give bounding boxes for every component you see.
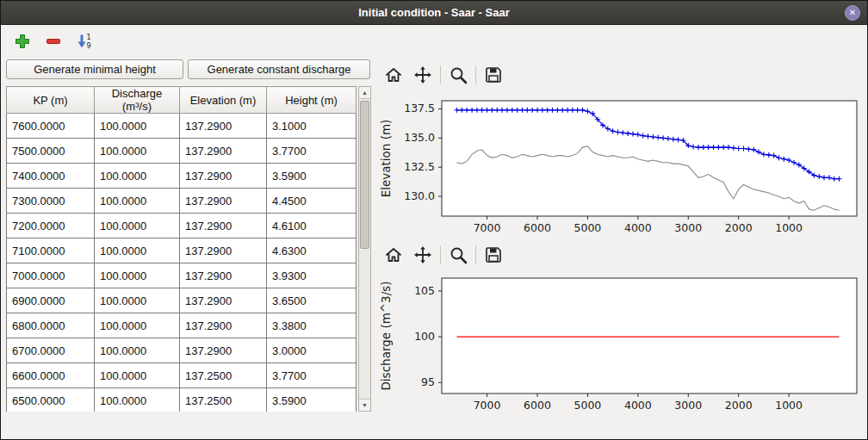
table-cell[interactable]: 6900.0000 — [7, 288, 95, 313]
plot-area — [442, 101, 857, 216]
table-cell[interactable]: 100.0000 — [95, 288, 180, 313]
discharge-plot-toolbar — [381, 243, 505, 267]
table-cell[interactable]: 3.5900 — [267, 388, 356, 412]
scrollbar-down-arrow-icon[interactable]: ▼ — [359, 399, 370, 411]
add-row-button[interactable] — [11, 30, 34, 53]
table-cell[interactable]: 137.2500 — [180, 363, 267, 388]
table-cell[interactable]: 4.6100 — [267, 214, 356, 239]
table-cell[interactable]: 6600.0000 — [7, 363, 95, 388]
table-cell[interactable]: 100.0000 — [95, 189, 180, 214]
close-icon: ✕ — [849, 9, 856, 17]
table-cell[interactable]: 3.6500 — [267, 288, 356, 313]
table-cell[interactable]: 100.0000 — [95, 388, 180, 412]
table-cell[interactable]: 4.6300 — [267, 239, 356, 263]
home-button[interactable] — [381, 63, 406, 87]
sort-digit-bottom: 9 — [86, 42, 90, 50]
x-tick-label: 2000 — [725, 399, 753, 412]
table-cell[interactable]: 3.7700 — [267, 139, 356, 164]
table-cell[interactable]: 7500.0000 — [7, 139, 95, 164]
pan-move-icon — [413, 245, 432, 264]
table-cell[interactable]: 137.2900 — [180, 114, 267, 139]
table-cell[interactable]: 6700.0000 — [7, 338, 95, 363]
table-header-row: KP (m)Discharge (m³/s)Elevation (m)Heigh… — [7, 87, 356, 114]
table-cell[interactable]: 100.0000 — [95, 363, 180, 388]
x-tick-label: 4000 — [624, 221, 652, 234]
row-edit-toolbar: 1 9 — [11, 30, 96, 53]
table-scrollbar[interactable]: ▲ ▼ — [358, 86, 371, 412]
save-button[interactable] — [481, 243, 505, 267]
zoom-button[interactable] — [446, 63, 470, 87]
table-cell[interactable]: 7600.0000 — [7, 114, 95, 139]
table-cell[interactable]: 3.7700 — [267, 363, 356, 388]
table-cell[interactable]: 3.1000 — [267, 114, 356, 139]
table-cell[interactable]: 100.0000 — [95, 139, 180, 164]
x-tick-label: 7000 — [474, 399, 501, 412]
table-cell[interactable]: 7100.0000 — [7, 239, 95, 263]
remove-row-button[interactable] — [42, 30, 65, 53]
table-cell[interactable]: 6500.0000 — [7, 388, 95, 412]
table-cell[interactable]: 3.5900 — [267, 164, 356, 189]
x-tick-label: 6000 — [524, 221, 551, 234]
table-cell[interactable]: 100.0000 — [95, 164, 180, 189]
zoom-button[interactable] — [446, 243, 470, 267]
table-cell[interactable]: 137.2900 — [180, 139, 267, 164]
table-cell[interactable]: 137.2900 — [180, 263, 267, 288]
table-cell[interactable]: 3.3800 — [267, 313, 356, 338]
save-button[interactable] — [481, 63, 505, 87]
table-cell[interactable]: 100.0000 — [95, 239, 180, 263]
generate-minimal-height-button[interactable]: Generate minimal height — [6, 59, 183, 79]
table-cell[interactable]: 3.9300 — [267, 263, 356, 288]
table-cell[interactable]: 4.4500 — [267, 189, 356, 214]
table-cell[interactable]: 137.2900 — [180, 189, 267, 214]
pan-button[interactable] — [411, 63, 435, 87]
y-tick-label: 95 — [421, 375, 435, 388]
scrollbar-thumb[interactable] — [360, 101, 369, 249]
column-header[interactable]: KP (m) — [7, 87, 95, 114]
window-title: Initial condition - Saar - Saar — [358, 6, 510, 19]
column-header[interactable]: Height (m) — [267, 87, 356, 114]
column-header[interactable]: Elevation (m) — [180, 87, 267, 114]
table-cell[interactable]: 137.2900 — [180, 214, 267, 239]
y-tick-label: 132.5 — [404, 160, 435, 173]
table-cell[interactable]: 137.2500 — [180, 388, 267, 412]
toolbar-separator — [440, 245, 441, 264]
table-cell[interactable]: 100.0000 — [95, 114, 180, 139]
sort-button[interactable]: 1 9 — [73, 30, 96, 53]
scrollbar-up-arrow-icon[interactable]: ▲ — [359, 87, 370, 99]
table-cell[interactable]: 137.2900 — [180, 313, 267, 338]
discharge-chart[interactable]: 700060005000400030002000100010510095Disc… — [376, 275, 864, 416]
table-cell[interactable]: 137.2900 — [180, 239, 267, 263]
table-cell[interactable]: 137.2900 — [180, 288, 267, 313]
table-cell[interactable]: 3.0000 — [267, 338, 356, 363]
table-cell[interactable]: 100.0000 — [95, 263, 180, 288]
table-cell[interactable]: 7200.0000 — [7, 214, 95, 239]
minus-icon — [45, 33, 62, 50]
close-button[interactable]: ✕ — [845, 5, 860, 21]
table-cell[interactable]: 100.0000 — [95, 338, 180, 363]
table-cell[interactable]: 7300.0000 — [7, 189, 95, 214]
table-cell[interactable]: 100.0000 — [95, 313, 180, 338]
sort-numeric-descending-icon: 1 9 — [76, 33, 93, 50]
elevation-chart[interactable]: 7000600050004000300020001000137.5135.013… — [376, 97, 864, 239]
table-cell[interactable]: 7000.0000 — [7, 263, 95, 288]
y-axis-label: Discharge (m^3/s) — [379, 281, 393, 390]
table-cell[interactable]: 100.0000 — [95, 214, 180, 239]
table-cell[interactable]: 137.2900 — [180, 338, 267, 363]
table-row: 7400.0000100.0000137.29003.5900 — [7, 164, 356, 189]
plus-icon — [14, 33, 31, 50]
table-cell[interactable]: 137.2900 — [180, 164, 267, 189]
pan-button[interactable] — [411, 243, 435, 267]
generate-constant-discharge-button[interactable]: Generate constant discharge — [188, 59, 370, 79]
x-tick-label: 7000 — [474, 221, 501, 234]
table-cell[interactable]: 6800.0000 — [7, 313, 95, 338]
x-tick-label: 3000 — [674, 221, 702, 234]
save-floppy-icon — [484, 65, 503, 84]
plot-area — [442, 278, 857, 394]
elevation-plot-toolbar — [381, 63, 505, 87]
table-row: 7100.0000100.0000137.29004.6300 — [7, 239, 356, 263]
save-floppy-icon — [484, 245, 503, 264]
table-row: 6600.0000100.0000137.25003.7700 — [7, 363, 356, 388]
column-header[interactable]: Discharge (m³/s) — [95, 87, 180, 114]
home-button[interactable] — [381, 243, 406, 267]
table-cell[interactable]: 7400.0000 — [7, 164, 95, 189]
